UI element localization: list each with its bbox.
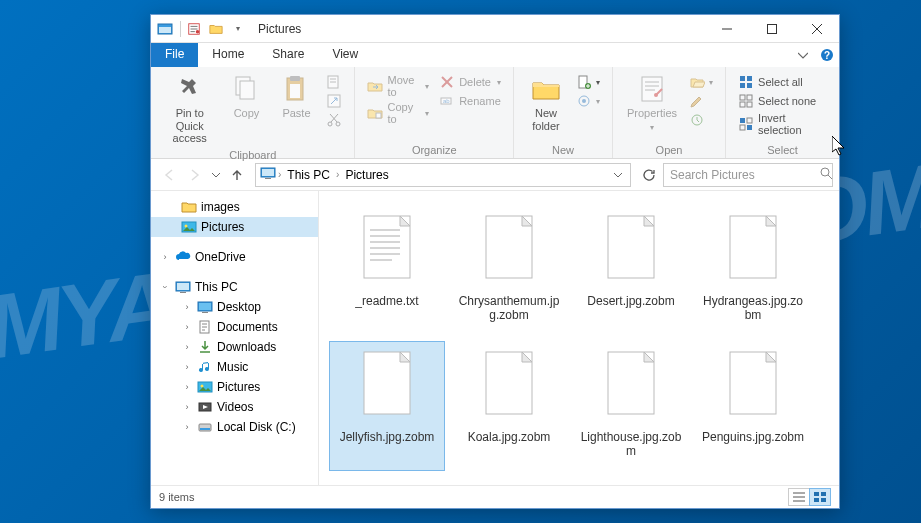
back-button[interactable] <box>157 163 181 187</box>
svg-rect-36 <box>747 95 752 100</box>
forward-button[interactable] <box>183 163 207 187</box>
scissors-icon <box>326 112 342 128</box>
maximize-button[interactable] <box>749 15 794 43</box>
tab-file[interactable]: File <box>151 43 198 67</box>
easy-access-button[interactable]: ▾ <box>572 92 604 110</box>
file-item[interactable]: Jellyfish.jpg.zobm <box>329 341 445 471</box>
history-button[interactable] <box>685 111 717 129</box>
paste-label: Paste <box>282 107 310 120</box>
svg-rect-70 <box>814 492 819 496</box>
breadcrumb-sep-icon[interactable]: › <box>278 169 281 180</box>
pin-quick-access-button[interactable]: Pin to Quick access <box>159 71 220 147</box>
file-item[interactable]: Chrysanthemum.jpg.zobm <box>451 205 567 335</box>
ribbon-tabs: File Home Share View ? <box>151 43 839 67</box>
file-item[interactable]: Koala.jpg.zobm <box>451 341 567 471</box>
file-item[interactable]: Penguins.jpg.zobm <box>695 341 811 471</box>
select-none-button[interactable]: Select none <box>734 92 831 110</box>
qat-dropdown-icon[interactable]: ▾ <box>230 21 246 37</box>
ribbon-group-organize: Move to▾ Copy to▾ Delete▾ abRename Organ… <box>355 67 514 158</box>
address-bar[interactable]: › This PC › Pictures <box>255 163 631 187</box>
copy-path-button[interactable] <box>322 73 346 91</box>
delete-button[interactable]: Delete▾ <box>435 73 505 91</box>
search-input[interactable] <box>670 168 820 182</box>
properties-button[interactable]: Properties▾ <box>621 71 683 142</box>
new-item-button[interactable]: ▾ <box>572 73 604 91</box>
window-buttons <box>704 15 839 43</box>
svg-rect-45 <box>265 178 271 179</box>
navbar: › This PC › Pictures <box>151 159 839 191</box>
qat-properties-icon[interactable] <box>186 21 202 37</box>
sidebar-quick-item[interactable]: images <box>151 197 318 217</box>
clipboard-small <box>322 71 346 147</box>
tab-view[interactable]: View <box>318 43 372 67</box>
organize-group-label: Organize <box>363 142 505 156</box>
view-large-icons-button[interactable] <box>809 488 831 506</box>
up-button[interactable] <box>225 163 249 187</box>
pc-icon <box>175 279 191 295</box>
recent-dropdown[interactable] <box>209 163 223 187</box>
file-item[interactable]: Lighthouse.jpg.zobm <box>573 341 689 471</box>
qat-folder-icon[interactable] <box>208 21 224 37</box>
sidebar-quick-item[interactable]: Pictures <box>151 217 318 237</box>
copy-button[interactable]: Copy <box>222 71 270 147</box>
refresh-button[interactable] <box>637 163 661 187</box>
sidebar-thispc-item[interactable]: ›Music <box>151 357 318 377</box>
sidebar-thispc-item[interactable]: ›Pictures <box>151 377 318 397</box>
statusbar: 9 items <box>151 485 839 508</box>
svg-rect-38 <box>747 102 752 107</box>
svg-rect-54 <box>199 303 211 310</box>
svg-rect-33 <box>740 83 745 88</box>
copyto-label: Copy to <box>387 101 419 125</box>
paste-button[interactable]: Paste <box>272 71 320 147</box>
minimize-button[interactable] <box>704 15 749 43</box>
svg-rect-13 <box>290 76 300 81</box>
ribbon-collapse-button[interactable] <box>791 43 815 67</box>
invert-selection-button[interactable]: Invert selection <box>734 111 831 137</box>
view-details-button[interactable] <box>788 488 810 506</box>
address-dropdown[interactable] <box>610 168 626 182</box>
sidebar-thispc-item[interactable]: ›Videos <box>151 397 318 417</box>
open-icon <box>689 74 705 90</box>
edit-button[interactable] <box>685 92 717 110</box>
sidebar-thispc-item[interactable]: ›Documents <box>151 317 318 337</box>
file-item[interactable]: Hydrangeas.jpg.zobm <box>695 205 811 335</box>
file-item[interactable]: Desert.jpg.zobm <box>573 205 689 335</box>
tab-home[interactable]: Home <box>198 43 258 67</box>
tab-share[interactable]: Share <box>258 43 318 67</box>
sidebar-item-label: Local Disk (C:) <box>217 420 296 434</box>
sidebar-thispc-item[interactable]: ›Downloads <box>151 337 318 357</box>
sidebar-thispc-item[interactable]: ›Desktop <box>151 297 318 317</box>
sidebar-thispc-item[interactable]: ›Local Disk (C:) <box>151 417 318 437</box>
breadcrumb-this-pc[interactable]: This PC <box>283 168 334 182</box>
help-button[interactable]: ? <box>815 43 839 67</box>
open-button[interactable]: ▾ <box>685 73 717 91</box>
chevron-right-icon: › <box>181 322 193 332</box>
nav-pane[interactable]: imagesPictures › OneDrive › This PC ›Des… <box>151 191 319 485</box>
breadcrumb-pictures[interactable]: Pictures <box>341 168 392 182</box>
copy-to-button[interactable]: Copy to▾ <box>363 100 433 126</box>
file-item[interactable]: _readme.txt <box>329 205 445 335</box>
file-icon <box>474 346 544 426</box>
file-icon <box>352 210 422 290</box>
content-pane[interactable]: _readme.txtChrysanthemum.jpg.zobmDesert.… <box>319 191 839 485</box>
paste-shortcut-button[interactable] <box>322 92 346 110</box>
chevron-down-icon: › <box>160 281 170 293</box>
file-icon <box>474 210 544 290</box>
breadcrumb-sep-icon[interactable]: › <box>336 169 339 180</box>
select-all-button[interactable]: Select all <box>734 73 831 91</box>
svg-point-29 <box>654 93 658 97</box>
copy-icon <box>230 73 262 105</box>
properties-icon <box>636 73 668 105</box>
sidebar-this-pc[interactable]: › This PC <box>151 277 318 297</box>
cut-button[interactable] <box>322 111 346 129</box>
select-none-label: Select none <box>758 95 816 107</box>
chevron-right-icon: › <box>181 422 193 432</box>
new-folder-button[interactable]: New folder <box>522 71 570 142</box>
svg-rect-39 <box>740 118 745 123</box>
open-group-label: Open <box>621 142 717 156</box>
search-box[interactable] <box>663 163 833 187</box>
close-button[interactable] <box>794 15 839 43</box>
move-to-button[interactable]: Move to▾ <box>363 73 433 99</box>
sidebar-onedrive[interactable]: › OneDrive <box>151 247 318 267</box>
rename-button[interactable]: abRename <box>435 92 505 110</box>
